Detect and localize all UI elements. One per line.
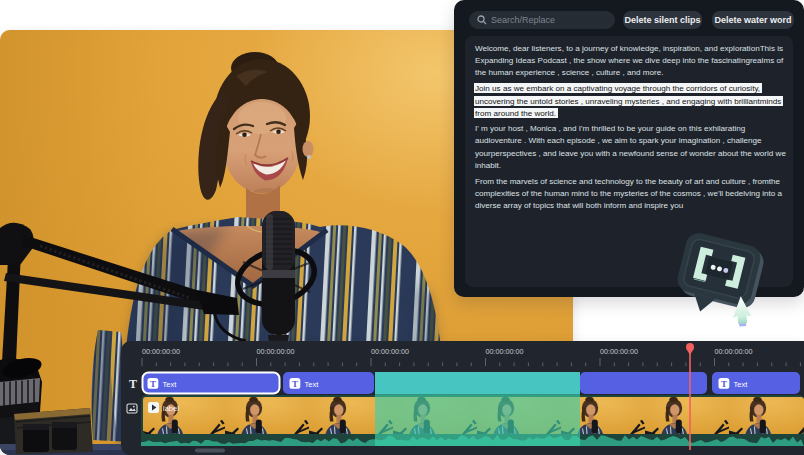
- svg-text:T: T: [721, 379, 727, 389]
- svg-text:T: T: [129, 377, 137, 391]
- svg-text:00:00:00:00: 00:00:00:00: [371, 347, 409, 356]
- svg-text:T: T: [150, 379, 156, 389]
- svg-text:00:00:00:00: 00:00:00:00: [600, 347, 638, 356]
- svg-text:00:00:00:00: 00:00:00:00: [142, 347, 180, 356]
- svg-text:Text: Text: [163, 380, 178, 389]
- svg-text:Text: Text: [305, 380, 320, 389]
- svg-text:00:00:00:00: 00:00:00:00: [715, 347, 753, 356]
- svg-text:Text: Text: [734, 380, 749, 389]
- svg-text:00:00:00:00: 00:00:00:00: [257, 347, 295, 356]
- svg-text:label: label: [163, 404, 179, 413]
- svg-text:00:00:00:00: 00:00:00:00: [486, 347, 524, 356]
- svg-text:T: T: [292, 379, 298, 389]
